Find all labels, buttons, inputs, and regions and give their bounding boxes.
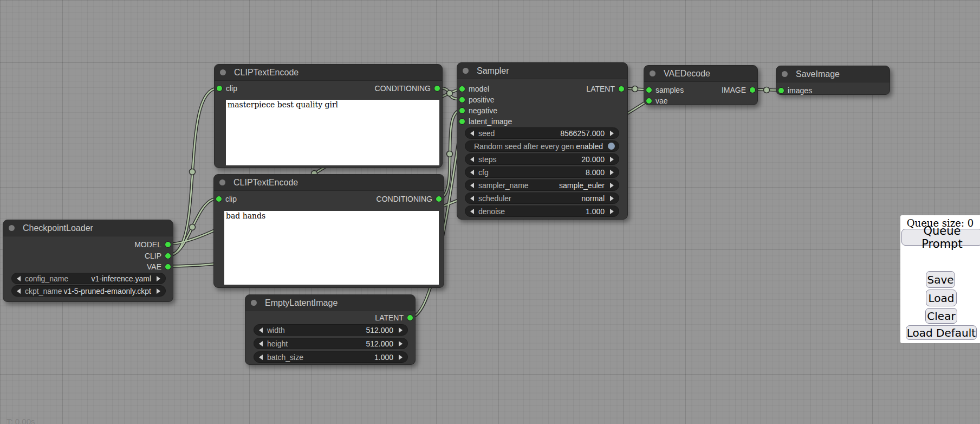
output-port-icon[interactable] <box>434 86 440 91</box>
collapse-dot-icon[interactable] <box>9 225 15 231</box>
node-empty-latent-image[interactable]: EmptyLatentImage LATENT width 512.000 he… <box>245 294 416 365</box>
widget-label: scheduler <box>478 194 511 203</box>
widget-batch-size[interactable]: batch_size 1.000 <box>254 351 408 363</box>
widget-denoise[interactable]: denoise 1.000 <box>465 205 619 217</box>
node-title-bar[interactable]: SaveImage <box>776 66 890 82</box>
widget-cfg[interactable]: cfg 8.000 <box>465 166 619 178</box>
output-port-vae[interactable]: VAE <box>147 261 171 272</box>
output-port-icon[interactable] <box>165 242 171 247</box>
input-port-icon[interactable] <box>459 97 465 102</box>
input-port-icon[interactable] <box>646 98 652 104</box>
input-port-images[interactable]: images <box>778 85 812 96</box>
decrement-arrow-icon[interactable] <box>259 327 263 333</box>
input-port-icon[interactable] <box>646 87 652 93</box>
output-port-latent[interactable]: LATENT <box>586 83 624 94</box>
increment-arrow-icon[interactable] <box>610 196 614 201</box>
widget-config-name[interactable]: config_name v1-inference.yaml <box>11 273 166 284</box>
input-port-clip[interactable]: clip <box>217 83 237 94</box>
output-port-conditioning[interactable]: CONDITIONING <box>375 83 440 94</box>
widget-random-seed-toggle[interactable]: Random seed after every gen enabled <box>465 140 619 152</box>
widget-ckpt-name[interactable]: ckpt_name v1-5-pruned-emaonly.ckpt <box>11 285 166 297</box>
input-port-icon[interactable] <box>217 86 222 91</box>
input-port-vae[interactable]: vae <box>646 95 668 106</box>
widget-sampler-name[interactable]: sampler_name sample_euler <box>465 179 619 191</box>
collapse-dot-icon[interactable] <box>220 69 226 75</box>
collapse-dot-icon[interactable] <box>463 68 469 74</box>
node-sampler[interactable]: Sampler model positive negative latent_i… <box>457 62 628 220</box>
increment-arrow-icon[interactable] <box>399 327 403 333</box>
increment-arrow-icon[interactable] <box>610 170 614 175</box>
prompt-textarea[interactable]: bad hands <box>224 211 439 285</box>
decrement-arrow-icon[interactable] <box>17 276 21 281</box>
node-title-bar[interactable]: CheckpointLoader <box>3 220 173 236</box>
input-port-icon[interactable] <box>459 119 465 124</box>
widget-width[interactable]: width 512.000 <box>254 324 408 336</box>
input-port-icon[interactable] <box>459 108 465 113</box>
decrement-arrow-icon[interactable] <box>470 131 474 136</box>
decrement-arrow-icon[interactable] <box>470 157 474 162</box>
collapse-dot-icon[interactable] <box>251 300 257 306</box>
widget-steps[interactable]: steps 20.000 <box>465 153 619 165</box>
input-port-positive[interactable]: positive <box>459 94 494 105</box>
output-port-latent[interactable]: LATENT <box>375 312 413 323</box>
node-save-image[interactable]: SaveImage images <box>776 66 890 95</box>
input-port-icon[interactable] <box>778 88 784 93</box>
widget-scheduler[interactable]: scheduler normal <box>465 192 619 204</box>
node-clip-text-encode-negative[interactable]: CLIPTextEncode clip CONDITIONING bad han… <box>213 174 444 288</box>
node-title-bar[interactable]: EmptyLatentImage <box>245 295 415 311</box>
widget-seed[interactable]: seed 8566257.000 <box>465 127 619 139</box>
input-port-latent-image[interactable]: latent_image <box>459 116 512 127</box>
collapse-dot-icon[interactable] <box>782 71 788 77</box>
output-port-icon[interactable] <box>436 196 442 202</box>
load-button[interactable]: Load <box>926 290 957 306</box>
output-port-image[interactable]: IMAGE <box>722 85 755 95</box>
output-port-conditioning[interactable]: CONDITIONING <box>377 194 442 204</box>
increment-arrow-icon[interactable] <box>610 157 614 162</box>
node-clip-text-encode-positive[interactable]: CLIPTextEncode clip CONDITIONING masterp… <box>214 64 443 168</box>
node-graph-canvas[interactable]: { "canvas": { "status_text": "T: 0.00s" … <box>0 0 980 424</box>
increment-arrow-icon[interactable] <box>157 276 160 281</box>
queue-prompt-button[interactable]: Queue Prompt <box>901 229 980 246</box>
input-port-icon[interactable] <box>216 196 222 202</box>
output-port-icon[interactable] <box>750 87 755 93</box>
output-port-icon[interactable] <box>619 86 624 92</box>
node-title-bar[interactable]: CLIPTextEncode <box>215 65 442 81</box>
clear-button[interactable]: Clear <box>925 308 957 324</box>
node-checkpoint-loader[interactable]: CheckpointLoader MODEL CLIP VAE config_n… <box>3 220 173 302</box>
decrement-arrow-icon[interactable] <box>470 170 474 175</box>
input-port-negative[interactable]: negative <box>459 105 497 116</box>
input-port-samples[interactable]: samples <box>646 85 684 95</box>
widget-height[interactable]: height 512.000 <box>254 338 408 349</box>
save-button[interactable]: Save <box>926 271 955 288</box>
output-port-icon[interactable] <box>407 315 413 320</box>
increment-arrow-icon[interactable] <box>610 131 614 136</box>
input-port-icon[interactable] <box>459 86 465 92</box>
collapse-dot-icon[interactable] <box>650 70 656 76</box>
increment-arrow-icon[interactable] <box>399 355 403 360</box>
node-title-bar[interactable]: CLIPTextEncode <box>214 175 444 191</box>
node-vae-decode[interactable]: VAEDecode samples vae IMAGE <box>644 65 758 105</box>
increment-arrow-icon[interactable] <box>610 209 614 214</box>
input-port-clip[interactable]: clip <box>216 194 237 204</box>
output-port-clip[interactable]: CLIP <box>145 250 171 261</box>
node-title-bar[interactable]: VAEDecode <box>644 66 757 82</box>
decrement-arrow-icon[interactable] <box>470 183 474 188</box>
output-port-icon[interactable] <box>165 264 171 269</box>
decrement-arrow-icon[interactable] <box>17 288 21 294</box>
increment-arrow-icon[interactable] <box>157 288 160 294</box>
decrement-arrow-icon[interactable] <box>259 341 263 346</box>
decrement-arrow-icon[interactable] <box>259 355 263 360</box>
output-port-model[interactable]: MODEL <box>134 239 171 250</box>
prompt-textarea[interactable]: masterpiece best quality girl <box>226 100 439 165</box>
load-default-button[interactable]: Load Default <box>906 325 977 340</box>
increment-arrow-icon[interactable] <box>610 183 614 188</box>
widget-value: 512.000 <box>366 326 394 335</box>
decrement-arrow-icon[interactable] <box>470 196 474 201</box>
input-port-model[interactable]: model <box>459 83 489 94</box>
decrement-arrow-icon[interactable] <box>470 209 474 214</box>
node-title-bar[interactable]: Sampler <box>457 63 627 79</box>
increment-arrow-icon[interactable] <box>399 341 403 346</box>
collapse-dot-icon[interactable] <box>219 179 225 185</box>
output-port-icon[interactable] <box>165 253 171 259</box>
toggle-icon[interactable] <box>608 143 615 150</box>
